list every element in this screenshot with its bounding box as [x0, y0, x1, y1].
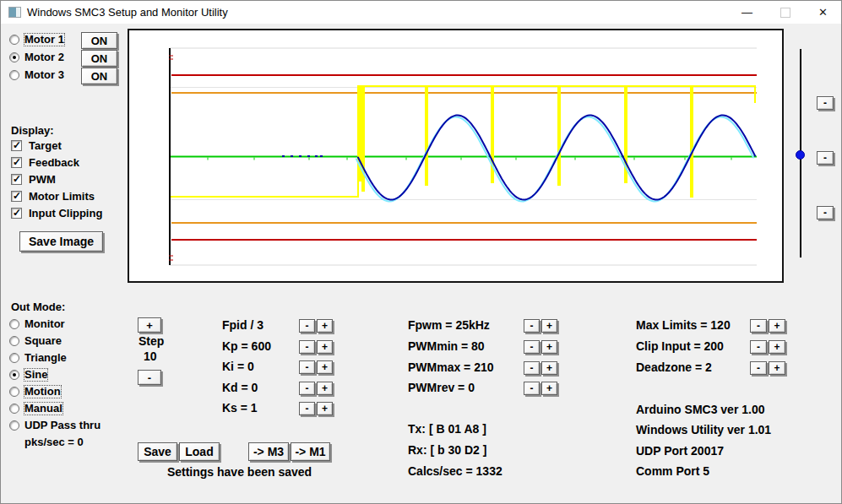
maximize-icon	[780, 8, 790, 18]
fpid-label: Fpid / 3	[222, 319, 263, 332]
motor-3-label[interactable]: Motor 3	[24, 69, 64, 81]
display-motor-limits-label[interactable]: Motor Limits	[29, 191, 95, 203]
ki-minus-button[interactable]: -	[299, 360, 315, 374]
out-mode-square-label[interactable]: Square	[24, 335, 62, 347]
comm-port-text: Comm Port 5	[636, 465, 709, 478]
pwmmin-label: PWMmin = 80	[408, 340, 485, 353]
tx-readout: Tx: [ B 01 A8 ]	[408, 423, 486, 436]
kd-label: Kd = 0	[222, 382, 258, 394]
out-mode-monitor-radio[interactable]	[9, 319, 19, 329]
scale-minus-button-middle[interactable]: -	[817, 151, 834, 165]
settings-status-text: Settings have been saved	[128, 465, 351, 479]
motor-3-on-button[interactable]: ON	[81, 68, 117, 84]
app-icon	[8, 7, 21, 18]
out-mode-triangle-radio[interactable]	[9, 353, 19, 363]
fpid-plus-button[interactable]: +	[317, 319, 333, 333]
out-mode-motion-label[interactable]: Motion	[24, 386, 61, 398]
load-button[interactable]: Load	[179, 442, 220, 461]
step-label: Step	[139, 335, 164, 348]
deadzone-label: Deadzone = 2	[636, 361, 712, 374]
minimize-button[interactable]: —	[734, 1, 760, 24]
pwmrev-plus-button[interactable]: +	[541, 382, 557, 395]
deadzone-plus-button[interactable]: +	[769, 361, 785, 375]
kd-plus-button[interactable]: +	[317, 382, 333, 395]
out-mode-manual-radio[interactable]	[9, 404, 19, 414]
pwmrev-minus-button[interactable]: -	[524, 382, 540, 395]
pwmmin-minus-button[interactable]: -	[524, 340, 540, 354]
step-value: 10	[144, 350, 157, 363]
slider-thumb[interactable]	[796, 150, 805, 160]
save-image-button[interactable]: Save Image	[19, 231, 103, 252]
out-mode-manual-label[interactable]: Manual	[24, 403, 62, 415]
pwmmin-plus-button[interactable]: +	[541, 340, 557, 354]
motor-2-on-button[interactable]: ON	[81, 50, 117, 67]
kp-plus-button[interactable]: +	[317, 340, 333, 354]
max-limits-minus-button[interactable]: -	[750, 319, 767, 333]
clip-input-label: Clip Input = 200	[636, 340, 724, 353]
ks-label: Ks = 1	[222, 402, 258, 415]
display-target-label[interactable]: Target	[29, 140, 62, 152]
scope-svg	[129, 30, 782, 281]
display-feedback-checkbox[interactable]	[11, 157, 22, 168]
display-heading: Display:	[11, 125, 54, 137]
clip-input-minus-button[interactable]: -	[750, 340, 767, 354]
udp-port-text: UDP Port 20017	[636, 445, 724, 458]
ks-minus-button[interactable]: -	[299, 402, 315, 415]
pwmmax-plus-button[interactable]: +	[541, 361, 557, 375]
clip-input-plus-button[interactable]: +	[769, 340, 785, 354]
ks-plus-button[interactable]: +	[317, 402, 333, 415]
display-feedback-label[interactable]: Feedback	[29, 157, 79, 169]
titlebar: Windows SMC3 Setup and Monitor Utility —…	[1, 1, 841, 24]
motor-1-radio[interactable]	[9, 35, 19, 45]
close-button[interactable]: ✕	[810, 1, 836, 24]
motor-1-on-button[interactable]: ON	[81, 32, 117, 49]
utility-version-text: Windows Utility ver 1.01	[636, 424, 771, 436]
display-target-checkbox[interactable]	[11, 140, 22, 151]
display-pwm-label[interactable]: PWM	[29, 174, 56, 186]
out-mode-motion-radio[interactable]	[9, 387, 19, 397]
motor-1-label[interactable]: Motor 1	[24, 34, 64, 46]
step-plus-button[interactable]: +	[138, 317, 161, 333]
calcs-per-sec-readout: Calcs/sec = 1332	[408, 465, 502, 478]
deadzone-minus-button[interactable]: -	[750, 361, 767, 375]
out-mode-udp-radio[interactable]	[9, 420, 19, 431]
pks-per-sec-label: pks/sec = 0	[24, 436, 84, 448]
fpwm-minus-button[interactable]: -	[524, 319, 540, 333]
fpid-minus-button[interactable]: -	[299, 319, 315, 333]
out-mode-square-radio[interactable]	[9, 336, 19, 346]
out-mode-udp-label[interactable]: UDP Pass thru	[24, 420, 100, 431]
out-mode-sine-radio[interactable]	[9, 370, 19, 380]
step-minus-button[interactable]: -	[138, 370, 161, 385]
out-mode-triangle-label[interactable]: Triangle	[24, 352, 67, 364]
out-mode-sine-label[interactable]: Sine	[24, 369, 47, 381]
ki-label: Ki = 0	[222, 360, 254, 373]
save-button[interactable]: Save	[138, 442, 177, 461]
rx-readout: Rx: [ b 30 D2 ]	[408, 444, 486, 457]
motor-2-radio[interactable]	[9, 52, 19, 62]
pwmrev-label: PWMrev = 0	[408, 382, 475, 394]
kp-minus-button[interactable]: -	[299, 340, 315, 354]
kp-label: Kp = 600	[222, 340, 271, 353]
display-pwm-checkbox[interactable]	[11, 174, 22, 185]
kd-minus-button[interactable]: -	[299, 382, 315, 395]
pwmmax-minus-button[interactable]: -	[524, 361, 540, 375]
fpwm-label: Fpwm = 25kHz	[408, 319, 490, 332]
scope-plot-panel	[128, 29, 784, 283]
to-m3-button[interactable]: -> M3	[248, 442, 289, 461]
fpwm-plus-button[interactable]: +	[541, 319, 557, 333]
motor-2-label[interactable]: Motor 2	[24, 51, 64, 63]
out-mode-monitor-label[interactable]: Monitor	[24, 318, 65, 330]
maximize-button[interactable]	[772, 1, 798, 24]
display-input-clipping-checkbox[interactable]	[11, 208, 22, 219]
app-window: Windows SMC3 Setup and Monitor Utility —…	[0, 0, 842, 504]
display-motor-limits-checkbox[interactable]	[11, 191, 22, 202]
to-m1-button[interactable]: -> M1	[291, 442, 330, 461]
scale-minus-button-top[interactable]: -	[817, 96, 834, 110]
out-mode-heading: Out Mode:	[11, 301, 65, 313]
display-input-clipping-label[interactable]: Input Clipping	[29, 208, 102, 219]
window-title: Windows SMC3 Setup and Monitor Utility	[27, 6, 228, 19]
motor-3-radio[interactable]	[9, 70, 19, 80]
max-limits-plus-button[interactable]: +	[769, 319, 785, 333]
ki-plus-button[interactable]: +	[317, 360, 333, 374]
scale-minus-button-bottom[interactable]: -	[817, 206, 834, 219]
